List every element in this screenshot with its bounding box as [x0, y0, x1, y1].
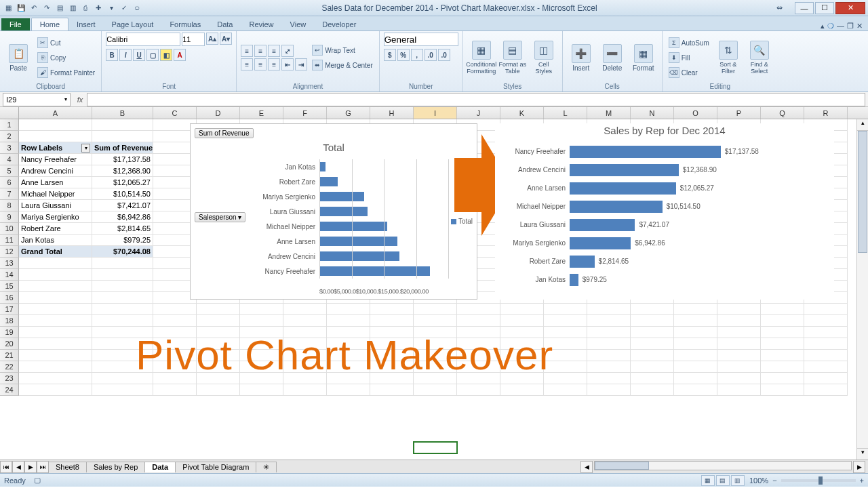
column-header[interactable]: I [414, 107, 457, 119]
column-header[interactable]: D [197, 107, 240, 119]
cell[interactable]: $17,137.58 [92, 154, 153, 165]
cell[interactable] [631, 338, 674, 350]
inc-decimal-button[interactable]: .0 [425, 49, 437, 61]
cell[interactable] [674, 327, 717, 338]
cell[interactable] [631, 384, 674, 396]
shrink-font-button[interactable]: A▾ [220, 33, 232, 45]
column-header[interactable]: B [92, 107, 153, 119]
chart-right[interactable]: Sales by Rep for Dec 2014 Nancy Freehafe… [495, 123, 834, 300]
cell[interactable] [19, 373, 92, 384]
italic-button[interactable]: I [119, 49, 132, 61]
cell[interactable] [370, 384, 414, 396]
column-header[interactable]: A [19, 107, 92, 119]
cell[interactable] [19, 361, 92, 373]
view-normal-button[interactable]: ▦ [701, 475, 715, 486]
cell[interactable] [544, 384, 587, 396]
cell[interactable] [414, 384, 457, 396]
cell[interactable] [631, 327, 674, 338]
cell[interactable]: $2,814.65 [92, 223, 153, 235]
cell[interactable] [92, 119, 153, 131]
row-header[interactable]: 2 [0, 131, 19, 142]
tab-nav-prev[interactable]: ◀ [12, 461, 24, 473]
underline-button[interactable]: U [133, 49, 145, 61]
window-restore-icon[interactable]: ❐ [847, 22, 854, 30]
autosum-button[interactable]: ΣAutoSum [667, 36, 711, 49]
fx-icon[interactable]: fx [73, 96, 87, 104]
tab-review[interactable]: Review [241, 18, 281, 30]
qat-icon[interactable]: ▤ [54, 3, 65, 14]
row-header[interactable]: 4 [0, 154, 19, 165]
cell[interactable] [283, 384, 327, 396]
cell[interactable]: $6,942.86 [92, 211, 153, 223]
save-icon[interactable]: 💾 [16, 3, 26, 14]
cell[interactable] [153, 304, 197, 315]
indent-inc-button[interactable]: ⇥ [295, 58, 307, 70]
cell[interactable] [283, 315, 327, 327]
cell[interactable] [19, 258, 92, 269]
cell[interactable] [587, 327, 631, 338]
resize-icon[interactable]: ⇔ [776, 3, 783, 12]
column-header[interactable]: P [717, 107, 761, 119]
tab-file[interactable]: File [1, 18, 30, 30]
cell[interactable] [674, 361, 717, 373]
align-mid-button[interactable]: ≡ [254, 45, 267, 57]
qat-icon[interactable]: ▾ [106, 3, 117, 14]
number-format-select[interactable] [384, 33, 458, 46]
maximize-button[interactable]: ☐ [815, 2, 834, 14]
cell[interactable] [804, 373, 848, 384]
cell[interactable] [587, 384, 631, 396]
cell[interactable]: Grand Total [19, 246, 92, 258]
qat-icon[interactable]: ☺ [132, 3, 142, 14]
cell[interactable] [674, 304, 717, 315]
copy-button[interactable]: ⎘Copy [35, 51, 97, 64]
align-left-button[interactable]: ≡ [241, 58, 253, 70]
insert-cells-button[interactable]: ➕Insert [567, 35, 595, 80]
comma-button[interactable]: , [411, 49, 423, 61]
row-header[interactable]: 3 [0, 142, 19, 154]
cell[interactable]: $10,514.50 [92, 188, 153, 200]
pivot-dropdown-button[interactable]: ▾ [81, 144, 90, 152]
row-header[interactable]: 1 [0, 119, 19, 131]
format-painter-button[interactable]: 🖌Format Painter [35, 66, 97, 79]
clear-button[interactable]: ⌫Clear [667, 66, 711, 79]
cell[interactable] [804, 304, 848, 315]
row-header[interactable]: 7 [0, 188, 19, 200]
format-as-table-button[interactable]: ▤Format as Table [498, 35, 527, 80]
tab-insert[interactable]: Insert [68, 18, 104, 30]
cell[interactable]: $12,065.27 [92, 177, 153, 188]
undo-icon[interactable]: ↶ [28, 3, 39, 14]
cell[interactable] [761, 373, 804, 384]
cell[interactable] [587, 373, 631, 384]
cell[interactable] [327, 304, 370, 315]
row-header[interactable]: 9 [0, 211, 19, 223]
cell[interactable] [240, 315, 283, 327]
cell[interactable] [804, 327, 848, 338]
pivot-field-button[interactable]: Sum of Revenue [195, 128, 254, 138]
zoom-slider[interactable] [781, 479, 856, 482]
dec-decimal-button[interactable]: .0 [438, 49, 450, 61]
cell[interactable]: Mariya Sergienko [19, 211, 92, 223]
cut-button[interactable]: ✂Cut [35, 36, 97, 49]
row-header[interactable]: 14 [0, 269, 19, 281]
cell[interactable] [414, 315, 457, 327]
cell[interactable] [92, 269, 153, 281]
horizontal-scrollbar[interactable]: ◀ ▶ [277, 461, 868, 473]
cell[interactable] [674, 315, 717, 327]
cell[interactable] [761, 361, 804, 373]
cell[interactable] [674, 384, 717, 396]
macro-record-icon[interactable]: ▢ [34, 476, 41, 485]
font-name-select[interactable] [106, 33, 180, 46]
cell[interactable]: Jan Kotas [19, 235, 92, 246]
cell[interactable] [327, 315, 370, 327]
cell[interactable] [500, 315, 544, 327]
window-min-icon[interactable]: — [837, 22, 844, 30]
cell[interactable] [587, 338, 631, 350]
cell[interactable] [92, 384, 153, 396]
fill-color-button[interactable]: ◧ [160, 49, 172, 61]
merge-center-button[interactable]: ⬌Merge & Center [310, 58, 375, 72]
cell[interactable] [804, 384, 848, 396]
zoom-in-button[interactable]: + [860, 476, 864, 485]
cell[interactable] [19, 327, 92, 338]
cell[interactable] [500, 384, 544, 396]
cell[interactable] [717, 338, 761, 350]
